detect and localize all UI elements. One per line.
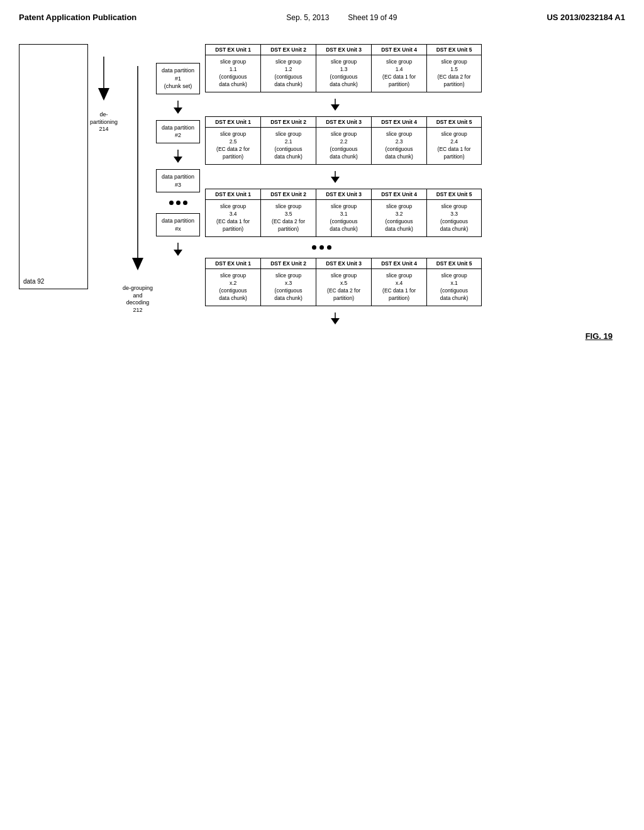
unit4-header-p2: DST EX Unit 4 bbox=[371, 116, 426, 127]
partition-x-box: data partition#x bbox=[156, 213, 200, 236]
arrow-p2-to-p3 bbox=[325, 170, 347, 184]
ellipsis-dot2 bbox=[319, 245, 324, 250]
patent-number: US 2013/0232184 A1 bbox=[547, 13, 625, 22]
page-header: Patent Application Publication Sep. 5, 2… bbox=[19, 13, 625, 25]
partition-1-box: data partition#1(chunk set) bbox=[156, 63, 200, 94]
dot3 bbox=[183, 201, 187, 205]
publication-title: Patent Application Publication bbox=[19, 13, 136, 22]
svg-marker-3 bbox=[132, 258, 143, 270]
cell-p3-u5: slice group3.3(contiguousdata chunk) bbox=[426, 199, 482, 237]
publication-date: Sep. 5, 2013 bbox=[286, 13, 329, 22]
partition3-header-row: DST EX Unit 1 DST EX Unit 2 DST EX Unit … bbox=[205, 189, 482, 199]
svg-marker-1 bbox=[98, 88, 109, 101]
cell-p1-u2: slice group1.2(contiguousdata chunk) bbox=[260, 55, 316, 92]
cell-p3-u4: slice group3.2(contiguousdata chunk) bbox=[371, 199, 426, 237]
ellipsis-dot3 bbox=[327, 245, 331, 250]
partition2-header-row: DST EX Unit 1 DST EX Unit 2 DST EX Unit … bbox=[205, 116, 482, 127]
cell-p1-u4: slice group1.4(EC data 1 forpartition) bbox=[371, 55, 426, 92]
partitionx-data-row: slice groupx.2(contiguousdata chunk) sli… bbox=[205, 268, 482, 306]
unit1-header-px: DST EX Unit 1 bbox=[205, 258, 260, 268]
unit3-header-p1: DST EX Unit 3 bbox=[316, 44, 371, 55]
arrow-p1-to-p2 bbox=[325, 97, 347, 111]
partition2-arrow bbox=[169, 148, 187, 164]
departitioning-label: de- partitioning 214 bbox=[90, 111, 118, 133]
cell-p3-u1: slice group3.4(EC data 1 forpartition) bbox=[205, 199, 260, 237]
ellipsis-dots bbox=[169, 201, 187, 205]
cell-px-u2: slice groupx.3(contiguousdata chunk) bbox=[260, 268, 316, 306]
cell-p1-u5: slice group1.5(EC data 2 forpartition) bbox=[426, 55, 482, 92]
unit5-header-px: DST EX Unit 5 bbox=[426, 258, 482, 268]
unit4-header-p3: DST EX Unit 4 bbox=[371, 189, 426, 199]
unit4-header-px: DST EX Unit 4 bbox=[371, 258, 426, 268]
unit2-header-p2: DST EX Unit 2 bbox=[260, 116, 316, 127]
page: Patent Application Publication Sep. 5, 2… bbox=[0, 0, 644, 830]
partition2-data-row: slice group2.5(EC data 2 forpartition) s… bbox=[205, 127, 482, 165]
svg-marker-11 bbox=[331, 104, 340, 111]
cell-px-u1: slice groupx.2(contiguousdata chunk) bbox=[205, 268, 260, 306]
departitioning-area: de- partitioning 214 bbox=[90, 53, 118, 133]
cell-p1-u1: slice group1.1(contiguousdata chunk) bbox=[205, 55, 260, 92]
unit4-header-p1: DST EX Unit 4 bbox=[371, 44, 426, 55]
unit1-header-p3: DST EX Unit 1 bbox=[205, 189, 260, 199]
data92-label: data 92 bbox=[23, 278, 44, 285]
unit5-header-p2: DST EX Unit 5 bbox=[426, 116, 482, 127]
cell-p3-u2: slice group3.5(EC data 2 forpartition) bbox=[260, 199, 316, 237]
svg-marker-7 bbox=[174, 157, 182, 163]
partition-3-box: data partition#3 bbox=[156, 169, 200, 192]
degrouping-label: de-grouping and decoding 212 bbox=[123, 285, 153, 314]
header-center: Sep. 5, 2013 Sheet 19 of 49 bbox=[286, 13, 397, 22]
partition1-data-row: slice group1.1(contiguousdata chunk) sli… bbox=[205, 55, 482, 92]
sheet-info: Sheet 19 of 49 bbox=[348, 13, 397, 22]
degrouping-arrow bbox=[127, 63, 149, 283]
cell-px-u4: slice groupx.4(EC data 1 forpartition) bbox=[371, 268, 426, 306]
partition3-data-row: slice group3.4(EC data 1 forpartition) s… bbox=[205, 199, 482, 237]
unit2-header-p1: DST EX Unit 2 bbox=[260, 44, 316, 55]
unit2-header-p3: DST EX Unit 2 bbox=[260, 189, 316, 199]
cell-p2-u3: slice group2.2(contiguousdata chunk) bbox=[316, 127, 371, 165]
unit5-header-p1: DST EX Unit 5 bbox=[426, 44, 482, 55]
partition-2-box: data partition#2 bbox=[156, 120, 200, 143]
cell-p1-u3: slice group1.3(contiguousdata chunk) bbox=[316, 55, 371, 92]
dot2 bbox=[176, 201, 180, 205]
departitioning-arrow bbox=[93, 53, 115, 110]
dots-area bbox=[312, 245, 331, 250]
cell-p2-u1: slice group2.5(EC data 2 forpartition) bbox=[205, 127, 260, 165]
svg-marker-15 bbox=[331, 318, 340, 324]
partition1-arrow bbox=[169, 99, 187, 115]
unit2-header-px: DST EX Unit 2 bbox=[260, 258, 316, 268]
ellipsis-dot1 bbox=[312, 245, 316, 250]
svg-marker-9 bbox=[174, 250, 182, 256]
svg-marker-5 bbox=[174, 108, 182, 114]
cell-px-u5: slice groupx.1(contiguousdata chunk) bbox=[426, 268, 482, 306]
partition1-header-row: DST EX Unit 1 DST EX Unit 2 DST EX Unit … bbox=[205, 44, 482, 55]
unit1-header-p1: DST EX Unit 1 bbox=[205, 44, 260, 55]
cell-p2-u2: slice group2.1(contiguousdata chunk) bbox=[260, 127, 316, 165]
partitionx-header-row: DST EX Unit 1 DST EX Unit 2 DST EX Unit … bbox=[205, 258, 482, 268]
cell-p3-u3: slice group3.1(contiguousdata chunk) bbox=[316, 199, 371, 237]
partition3-grid: DST EX Unit 1 DST EX Unit 2 DST EX Unit … bbox=[205, 189, 482, 237]
arrow-px-down bbox=[325, 311, 347, 325]
partition2-grid: DST EX Unit 1 DST EX Unit 2 DST EX Unit … bbox=[205, 116, 482, 165]
dot1 bbox=[169, 201, 174, 205]
unit1-header-p2: DST EX Unit 1 bbox=[205, 116, 260, 127]
cell-p2-u5: slice group2.4(EC data 1 forpartition) bbox=[426, 127, 482, 165]
unit3-header-p2: DST EX Unit 3 bbox=[316, 116, 371, 127]
cell-px-u3: slice groupx.5(EC data 2 forpartition) bbox=[316, 268, 371, 306]
degrouping-area: de-grouping and decoding 212 bbox=[123, 63, 153, 314]
unit3-header-px: DST EX Unit 3 bbox=[316, 258, 371, 268]
svg-marker-13 bbox=[331, 177, 340, 183]
unit3-header-p3: DST EX Unit 3 bbox=[316, 189, 371, 199]
figure-label: FIG. 19 bbox=[19, 331, 613, 341]
partitionx-arrow bbox=[169, 241, 187, 257]
data92-box: data 92 bbox=[19, 44, 88, 289]
partition-boxes-column: data partition#1(chunk set) data partiti… bbox=[156, 63, 200, 257]
partition1-grid: DST EX Unit 1 DST EX Unit 2 DST EX Unit … bbox=[205, 44, 482, 92]
units-grids-area: DST EX Unit 1 DST EX Unit 2 DST EX Unit … bbox=[205, 44, 625, 325]
unit5-header-p3: DST EX Unit 5 bbox=[426, 189, 482, 199]
cell-p2-u4: slice group2.3(contiguousdata chunk) bbox=[371, 127, 426, 165]
partitionx-grid: DST EX Unit 1 DST EX Unit 2 DST EX Unit … bbox=[205, 258, 482, 306]
